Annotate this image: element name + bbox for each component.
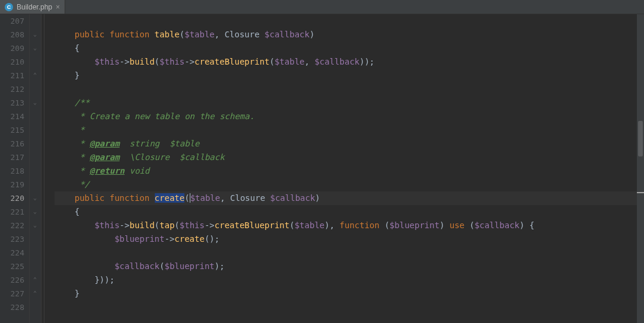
fold-expand-icon[interactable]: ⌄ — [32, 100, 38, 105]
fold-expand-icon[interactable]: ⌄ — [32, 31, 38, 37]
line-number[interactable]: 208 — [0, 28, 24, 41]
fold-expand-icon[interactable]: ⌄ — [32, 195, 38, 201]
code-line[interactable]: * — [55, 123, 644, 137]
fold-collapse-icon[interactable]: ⌃ — [32, 277, 38, 283]
php-file-icon: C — [5, 3, 13, 11]
tab-bar: C Builder.php × — [0, 0, 644, 14]
line-number[interactable]: 226 — [0, 273, 24, 287]
tab-filename: Builder.php — [17, 3, 52, 11]
line-number[interactable]: 223 — [0, 232, 24, 246]
line-number[interactable]: 207 — [0, 14, 24, 28]
fold-expand-icon[interactable]: ⌄ — [32, 209, 38, 215]
code-line[interactable]: $callback($blueprint); — [55, 260, 644, 273]
code-line[interactable]: * @param \Closure $callback — [55, 151, 644, 164]
code-line[interactable]: } — [55, 287, 644, 300]
line-number[interactable]: 210 — [0, 55, 24, 69]
fold-collapse-icon[interactable]: ⌃ — [32, 72, 38, 78]
code-line[interactable]: $this->build(tap($this->createBlueprint(… — [55, 219, 644, 232]
line-number[interactable]: 215 — [0, 123, 24, 137]
code-line[interactable]: * @param string $table — [55, 137, 644, 151]
line-number[interactable]: 224 — [0, 246, 24, 260]
code-line[interactable]: $blueprint->create(); — [55, 232, 644, 246]
indent-column — [42, 14, 55, 323]
line-number-gutter: 2072082092102112122132142152162172182192… — [0, 14, 30, 323]
line-number[interactable]: 216 — [0, 137, 24, 151]
code-line[interactable]: { — [55, 41, 644, 55]
line-number[interactable]: 225 — [0, 260, 24, 273]
line-number[interactable]: 222 — [0, 219, 24, 232]
close-icon[interactable]: × — [56, 3, 60, 11]
line-number[interactable]: 214 — [0, 110, 24, 123]
line-number[interactable]: 217 — [0, 151, 24, 164]
code-line[interactable]: /** — [55, 96, 644, 110]
line-number[interactable]: 212 — [0, 82, 24, 96]
code-line[interactable]: */ — [55, 178, 644, 191]
line-number[interactable]: 219 — [0, 178, 24, 191]
line-number[interactable]: 228 — [0, 300, 24, 314]
code-area[interactable]: public function table($table, Closure $c… — [55, 14, 644, 323]
code-line[interactable]: * @return void — [55, 164, 644, 178]
fold-expand-icon[interactable]: ⌄ — [32, 222, 38, 228]
code-line[interactable] — [55, 14, 644, 28]
code-line[interactable] — [55, 300, 644, 314]
line-number[interactable]: 209 — [0, 41, 24, 55]
code-line[interactable]: { — [55, 205, 644, 219]
fold-expand-icon[interactable]: ⌄ — [32, 45, 38, 51]
code-line[interactable]: public function create($table, Closure $… — [55, 191, 644, 205]
code-line[interactable] — [55, 246, 644, 260]
code-line[interactable]: $this->build($this->createBlueprint($tab… — [55, 55, 644, 69]
fold-collapse-icon[interactable]: ⌃ — [32, 290, 38, 296]
code-editor[interactable]: 2072082092102112122132142152162172182192… — [0, 14, 644, 323]
line-number[interactable]: 227 — [0, 287, 24, 300]
line-number[interactable]: 211 — [0, 69, 24, 82]
code-line[interactable]: * Create a new table on the schema. — [55, 110, 644, 123]
code-line[interactable] — [55, 82, 644, 96]
line-number[interactable]: 218 — [0, 164, 24, 178]
code-line[interactable]: public function table($table, Closure $c… — [55, 28, 644, 41]
file-tab[interactable]: C Builder.php × — [0, 0, 65, 14]
line-number[interactable]: 221 — [0, 205, 24, 219]
code-line[interactable]: })); — [55, 273, 644, 287]
line-number[interactable]: 213 — [0, 96, 24, 110]
fold-column: ⌄⌄⌃⌄⌄⌄⌄⌃⌃ — [30, 14, 42, 323]
code-line[interactable]: } — [55, 69, 644, 82]
line-number[interactable]: 220 — [0, 191, 24, 205]
